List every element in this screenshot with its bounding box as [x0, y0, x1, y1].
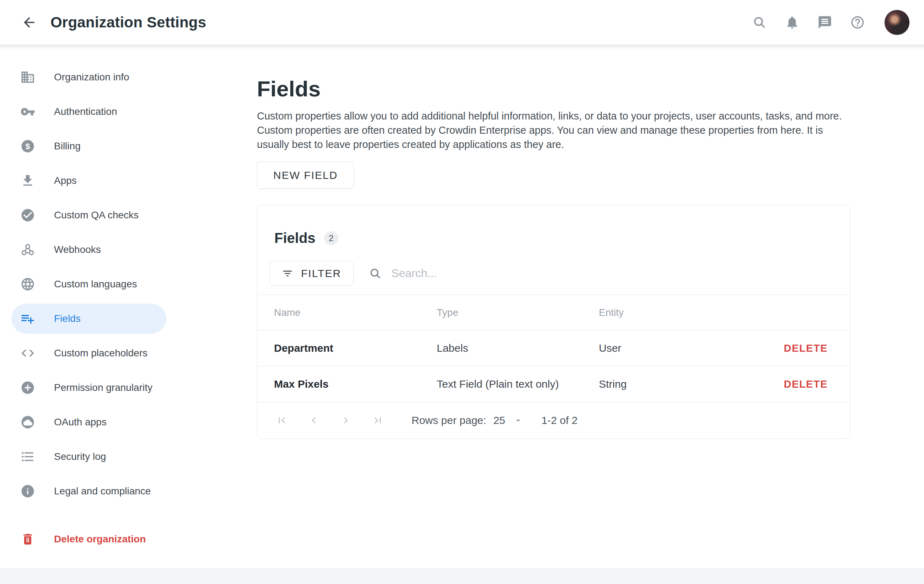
- card-header: Fields 2: [257, 205, 850, 246]
- sidebar-item-label: Apps: [54, 175, 77, 186]
- new-field-button[interactable]: NEW FIELD: [257, 162, 354, 189]
- field-entity: String: [599, 378, 784, 390]
- table-pagination: Rows per page: 25 1-2 of 2: [257, 402, 850, 438]
- search-icon: [368, 267, 382, 280]
- plus-circle-icon: [20, 380, 36, 395]
- section-description: Custom properties allow you to add addit…: [257, 109, 847, 152]
- sidebar-item-label: Authentication: [54, 106, 117, 117]
- avatar[interactable]: [884, 10, 910, 35]
- sidebar-item-label: Fields: [54, 313, 81, 324]
- code-icon: [20, 345, 36, 361]
- sidebar-item-oauth-apps[interactable]: OAuth apps: [12, 407, 166, 437]
- notifications-button[interactable]: [784, 14, 800, 31]
- column-header-name: Name: [257, 307, 437, 318]
- search-input[interactable]: [391, 267, 833, 280]
- organization-settings-page: Organization Settings: [0, 0, 924, 584]
- arrow-back-icon: [21, 15, 37, 30]
- sidebar-item-billing[interactable]: $ Billing: [12, 131, 166, 161]
- globe-icon: [20, 276, 36, 292]
- sidebar-item-label: Legal and compliance: [54, 485, 151, 497]
- next-page-button[interactable]: [340, 414, 352, 427]
- sidebar-item-label: Organization info: [54, 71, 129, 83]
- trash-icon: [20, 531, 36, 547]
- sidebar-item-label: Delete organization: [54, 533, 146, 545]
- card-toolbar: FILTER: [257, 261, 850, 294]
- last-page-button[interactable]: [372, 414, 384, 427]
- rows-per-page-value: 25: [493, 414, 505, 427]
- info-circle-icon: [20, 483, 36, 499]
- sidebar-item-fields[interactable]: Fields: [12, 304, 166, 334]
- sidebar-item-label: Security log: [54, 451, 106, 462]
- previous-page-button[interactable]: [308, 414, 320, 427]
- help-icon: [850, 15, 865, 30]
- sidebar-item-permission-granularity[interactable]: Permission granularity: [12, 373, 166, 403]
- table-row: Department Labels User DELETE: [257, 330, 850, 366]
- webhook-icon: [20, 242, 36, 258]
- search-icon: [752, 15, 767, 30]
- sidebar-item-label: Webhooks: [54, 244, 101, 255]
- main-content: Fields Custom properties allow you to ad…: [249, 45, 924, 568]
- sidebar-item-delete-organization[interactable]: Delete organization: [12, 524, 166, 554]
- table-row: Max Pixels Text Field (Plain text only) …: [257, 366, 850, 402]
- sidebar-item-label: Custom languages: [54, 278, 137, 290]
- sidebar-item-label: Custom QA checks: [54, 210, 139, 221]
- sidebar-item-legal-and-compliance[interactable]: Legal and compliance: [12, 476, 166, 506]
- filter-button[interactable]: FILTER: [269, 261, 354, 286]
- delete-field-button[interactable]: DELETE: [784, 342, 828, 354]
- sidebar-item-authentication[interactable]: Authentication: [12, 97, 166, 127]
- help-button[interactable]: [850, 14, 866, 31]
- building-icon: [20, 69, 36, 85]
- sidebar-item-webhooks[interactable]: Webhooks: [12, 235, 166, 265]
- field-type: Text Field (Plain text only): [437, 378, 599, 390]
- back-button[interactable]: [20, 13, 38, 31]
- dollar-circle-icon: $: [20, 138, 36, 154]
- check-circle-icon: [20, 207, 36, 223]
- sidebar-item-label: OAuth apps: [54, 417, 107, 428]
- filter-button-label: FILTER: [301, 268, 341, 280]
- settings-sidebar: Organization info Authentication $ Billi…: [0, 45, 249, 568]
- first-page-button[interactable]: [276, 414, 288, 427]
- sidebar-item-custom-languages[interactable]: Custom languages: [12, 269, 166, 299]
- filter-list-icon: [282, 268, 293, 279]
- dropdown-caret-icon: [513, 415, 523, 425]
- sidebar-item-custom-placeholders[interactable]: Custom placeholders: [12, 338, 166, 368]
- delete-field-button[interactable]: DELETE: [784, 379, 828, 390]
- field-name: Department: [257, 342, 437, 354]
- sidebar-item-organization-info[interactable]: Organization info: [12, 62, 166, 92]
- column-header-type: Type: [437, 307, 599, 318]
- footer-strip: [0, 568, 924, 584]
- top-app-bar: Organization Settings: [0, 0, 924, 45]
- topbar-actions: [751, 10, 910, 35]
- playlist-add-icon: [20, 311, 36, 326]
- rows-per-page-select[interactable]: 25: [493, 414, 523, 427]
- fields-card: Fields 2 FILTER: [257, 205, 850, 439]
- sidebar-item-label: Billing: [54, 141, 81, 152]
- column-header-entity: Entity: [599, 307, 828, 318]
- section-heading: Fields: [257, 76, 924, 102]
- chat-icon: [817, 15, 832, 30]
- bell-icon: [785, 15, 800, 30]
- sidebar-item-security-log[interactable]: Security log: [12, 442, 166, 472]
- field-type: Labels: [437, 342, 599, 354]
- card-title: Fields: [274, 230, 315, 246]
- page-title: Organization Settings: [51, 14, 206, 31]
- svg-text:$: $: [26, 142, 30, 151]
- pagination-range: 1-2 of 2: [541, 414, 578, 427]
- field-entity: User: [599, 342, 784, 354]
- sidebar-item-label: Custom placeholders: [54, 347, 147, 359]
- key-icon: [20, 104, 36, 119]
- list-icon: [20, 449, 36, 465]
- sidebar-item-apps[interactable]: Apps: [12, 166, 166, 195]
- sidebar-item-custom-qa-checks[interactable]: Custom QA checks: [12, 200, 166, 230]
- search-button[interactable]: [751, 14, 767, 31]
- count-badge: 2: [324, 231, 338, 245]
- field-name: Max Pixels: [257, 378, 437, 390]
- messages-button[interactable]: [817, 14, 833, 31]
- download-icon: [20, 173, 36, 189]
- rows-per-page-label: Rows per page:: [411, 414, 486, 427]
- sidebar-item-label: Permission granularity: [54, 382, 152, 393]
- cloud-circle-icon: [20, 414, 36, 430]
- table-header-row: Name Type Entity: [257, 294, 850, 330]
- search-box: [368, 267, 833, 280]
